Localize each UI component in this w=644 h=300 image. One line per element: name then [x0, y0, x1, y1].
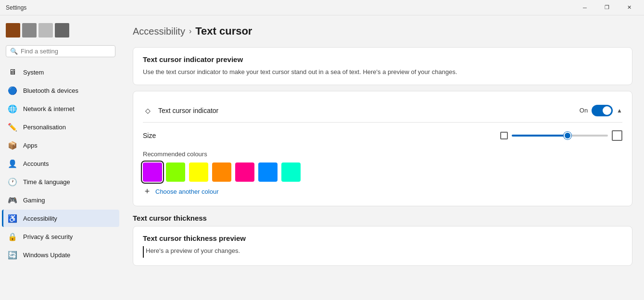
- avatar-block-4: [55, 23, 69, 38]
- colour-swatch-6[interactable]: [281, 162, 301, 182]
- page-title: Text cursor: [195, 25, 252, 38]
- titlebar: Settings ─ ❐ ✕: [0, 0, 644, 15]
- breadcrumb-accessibility[interactable]: Accessibility: [133, 26, 185, 37]
- apps-icon: 📦: [8, 140, 17, 150]
- sidebar-item-system[interactable]: 🖥 System: [2, 63, 119, 81]
- sidebar-item-label: Network & internet: [23, 105, 75, 112]
- window-controls: ─ ❐ ✕: [574, 0, 640, 15]
- sidebar-item-bluetooth[interactable]: 🔵 Bluetooth & devices: [2, 82, 119, 99]
- toggle-label: Text cursor indicator: [158, 107, 218, 114]
- avatar-block-3: [38, 23, 53, 38]
- colours-label: Recommended colours: [143, 150, 622, 158]
- close-button[interactable]: ✕: [618, 0, 640, 15]
- size-small-icon: [500, 132, 508, 139]
- plus-icon: +: [143, 188, 152, 196]
- accounts-icon: 👤: [8, 159, 17, 168]
- search-input[interactable]: [21, 48, 111, 55]
- indicator-toggle-card: ◇ Text cursor indicator On ▲ Size: [133, 91, 632, 206]
- choose-colour-button[interactable]: + Choose another colour: [143, 188, 622, 196]
- sidebar-item-label: Accessibility: [23, 215, 57, 222]
- sidebar-item-label: Windows Update: [23, 251, 70, 259]
- colour-swatches: [143, 162, 622, 182]
- time-icon: 🕐: [8, 177, 17, 187]
- colour-swatch-0[interactable]: [143, 162, 162, 182]
- breadcrumb: Accessibility › Text cursor: [133, 25, 632, 38]
- minimize-button[interactable]: ─: [574, 0, 596, 15]
- thickness-cursor-preview: Here's a preview of your changes.: [143, 246, 622, 258]
- indicator-toggle[interactable]: [592, 105, 613, 116]
- sidebar-item-label: Accounts: [23, 160, 49, 167]
- colour-swatch-4[interactable]: [235, 162, 254, 182]
- toggle-left: ◇ Text cursor indicator: [143, 106, 218, 115]
- update-icon: 🔄: [8, 250, 17, 260]
- colour-swatch-2[interactable]: [189, 162, 208, 182]
- thickness-section-heading: Text cursor thickness: [133, 214, 632, 222]
- restore-button[interactable]: ❐: [596, 0, 618, 15]
- accessibility-icon: ♿: [8, 213, 17, 223]
- avatar-block-2: [22, 23, 37, 38]
- toggle-right: On ▲: [580, 105, 622, 116]
- avatar-container: [6, 23, 69, 38]
- size-slider[interactable]: [512, 135, 608, 137]
- search-box[interactable]: 🔍: [6, 45, 115, 57]
- toggle-row: ◇ Text cursor indicator On ▲: [143, 99, 622, 120]
- sidebar-item-accessibility[interactable]: ♿ Accessibility: [2, 210, 119, 227]
- sidebar-item-label: Bluetooth & devices: [23, 87, 78, 94]
- colour-swatch-5[interactable]: [258, 162, 278, 182]
- main-content: Accessibility › Text cursor Text cursor …: [121, 15, 644, 300]
- divider: [143, 122, 622, 123]
- app-body: 🔍 🖥 System 🔵 Bluetooth & devices 🌐 Netwo…: [0, 15, 644, 300]
- thickness-desc: Here's a preview of your changes.: [146, 246, 240, 256]
- privacy-icon: 🔒: [8, 232, 17, 241]
- sidebar-item-label: Gaming: [23, 197, 45, 204]
- sidebar-item-label: Time & language: [23, 178, 70, 186]
- sidebar-item-label: Personalisation: [23, 124, 66, 131]
- size-slider-container: [500, 130, 622, 141]
- sidebar-item-network[interactable]: 🌐 Network & internet: [2, 100, 119, 117]
- sidebar-item-label: Privacy & security: [23, 233, 73, 240]
- bluetooth-icon: 🔵: [8, 86, 17, 95]
- search-icon: 🔍: [10, 48, 18, 55]
- choose-colour-label: Choose another colour: [155, 188, 219, 195]
- thickness-card-title: Text cursor thickness preview: [143, 234, 622, 242]
- personalisation-icon: ✏️: [8, 122, 17, 132]
- sidebar-item-update[interactable]: 🔄 Windows Update: [2, 246, 119, 263]
- indicator-preview-card: Text cursor indicator preview Use the te…: [133, 47, 632, 85]
- size-row: Size: [143, 125, 622, 147]
- colour-swatch-3[interactable]: [212, 162, 231, 182]
- size-label: Size: [143, 132, 156, 139]
- cursor-indicator-icon: ◇: [143, 106, 152, 115]
- sidebar-item-personalisation[interactable]: ✏️ Personalisation: [2, 118, 119, 136]
- gaming-icon: 🎮: [8, 195, 17, 205]
- colour-swatch-1[interactable]: [166, 162, 185, 182]
- app-title: Settings: [6, 4, 26, 11]
- breadcrumb-arrow: ›: [189, 27, 191, 36]
- indicator-card-desc: Use the text cursor indicator to make yo…: [143, 67, 622, 77]
- avatar-block-1: [6, 23, 20, 38]
- sidebar-item-accounts[interactable]: 👤 Accounts: [2, 155, 119, 172]
- sidebar-item-label: System: [23, 69, 44, 76]
- sidebar-item-label: Apps: [23, 142, 38, 149]
- slider-thumb[interactable]: [564, 132, 571, 139]
- avatar-row: [0, 19, 121, 45]
- network-icon: 🌐: [8, 104, 17, 113]
- sidebar-item-gaming[interactable]: 🎮 Gaming: [2, 191, 119, 209]
- sidebar-item-apps[interactable]: 📦 Apps: [2, 137, 119, 154]
- system-icon: 🖥: [8, 67, 17, 77]
- sidebar-item-privacy[interactable]: 🔒 Privacy & security: [2, 228, 119, 245]
- size-large-icon: [612, 130, 622, 141]
- chevron-up-icon[interactable]: ▲: [617, 107, 622, 114]
- colours-section: Recommended colours + Choose another col…: [143, 147, 622, 198]
- toggle-on-label: On: [580, 107, 588, 114]
- sidebar: 🔍 🖥 System 🔵 Bluetooth & devices 🌐 Netwo…: [0, 15, 121, 300]
- thickness-preview-card: Text cursor thickness preview Here's a p…: [133, 226, 632, 266]
- indicator-card-title: Text cursor indicator preview: [143, 55, 622, 63]
- sidebar-item-time[interactable]: 🕐 Time & language: [2, 173, 119, 190]
- slider-fill: [512, 135, 569, 137]
- cursor-line: [143, 246, 144, 258]
